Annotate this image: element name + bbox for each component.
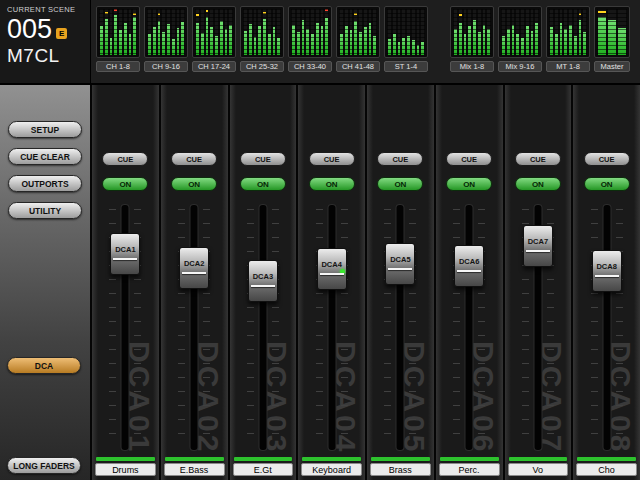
meter-block[interactable]: Mix 9-16: [498, 6, 542, 72]
cue-button[interactable]: CUE: [309, 152, 355, 166]
sidebar-button-setup[interactable]: SETUP: [8, 121, 82, 138]
on-button[interactable]: ON: [377, 177, 423, 191]
channel-name-label[interactable]: Keyboard: [301, 463, 362, 476]
meter-bar: [268, 9, 271, 55]
meter-bar: [473, 9, 476, 55]
channel-name-label[interactable]: Vo: [508, 463, 569, 476]
fader-track[interactable]: [466, 205, 473, 450]
meter-bars: [546, 6, 590, 58]
sidebar-button-cue-clear[interactable]: CUE CLEAR: [8, 148, 82, 165]
channel-color-bar: [577, 457, 636, 461]
meter-bar: [273, 9, 276, 55]
fader-track[interactable]: [397, 205, 404, 450]
meter-bar: [535, 9, 538, 55]
meter-bar: [354, 9, 357, 55]
on-button[interactable]: ON: [240, 177, 286, 191]
fader-knob-label: DCA1: [111, 245, 139, 254]
meter-bar: [487, 9, 490, 55]
fader-knob-label: DCA3: [249, 272, 277, 281]
channel-strip: CUE ON DCA02 DCA2 E.Bass: [161, 85, 228, 480]
fader-knob[interactable]: DCA3: [248, 260, 278, 302]
cue-button[interactable]: CUE: [377, 152, 423, 166]
channel-color-bar: [371, 457, 430, 461]
meter-bar: [345, 9, 348, 55]
cue-button[interactable]: CUE: [240, 152, 286, 166]
meter-block[interactable]: CH 1-8: [96, 6, 140, 72]
meter-bar: [158, 9, 161, 55]
meter-block[interactable]: CH 33-40: [288, 6, 332, 72]
meter-bar: [598, 9, 606, 55]
meter-bar: [579, 9, 582, 55]
dca-mode-button[interactable]: DCA: [7, 357, 81, 374]
meter-bar: [502, 9, 505, 55]
long-faders-button[interactable]: LONG FADERS: [7, 457, 81, 474]
fader-area: DCA1: [92, 205, 159, 450]
meter-block-label: CH 33-40: [288, 61, 332, 72]
on-button[interactable]: ON: [102, 177, 148, 191]
channel-color-bar: [509, 457, 568, 461]
channel-name-label[interactable]: E.Gt: [233, 463, 294, 476]
fader-area: DCA6: [436, 205, 503, 450]
fader-track[interactable]: [191, 205, 198, 450]
meter-block[interactable]: ST 1-4: [384, 6, 428, 72]
fader-track[interactable]: [259, 205, 266, 450]
meter-bar: [583, 9, 586, 55]
fader-area: DCA7: [505, 205, 572, 450]
meter-bar: [402, 9, 405, 55]
meter-bars: [240, 6, 284, 58]
fader-knob-label: DCA8: [593, 262, 621, 271]
meter-bar: [321, 9, 324, 55]
meter-block[interactable]: CH 9-16: [144, 6, 188, 72]
meter-block[interactable]: Mix 1-8: [450, 6, 494, 72]
meter-block[interactable]: CH 25-32: [240, 6, 284, 72]
sidebar: SETUPCUE CLEAROUTPORTSUTILITY DCA LONG F…: [0, 85, 90, 480]
channel-name-label[interactable]: E.Bass: [164, 463, 225, 476]
channel-color-bar: [96, 457, 155, 461]
sidebar-button-utility[interactable]: UTILITY: [8, 202, 82, 219]
meter-bars: [192, 6, 236, 58]
fader-track[interactable]: [328, 205, 335, 450]
meter-block-label: ST 1-4: [384, 61, 428, 72]
on-button[interactable]: ON: [446, 177, 492, 191]
meter-bar: [302, 9, 305, 55]
fader-knob[interactable]: DCA8: [592, 250, 622, 292]
fader-knob[interactable]: DCA7: [523, 225, 553, 267]
meter-bar: [311, 9, 314, 55]
meter-group: CH 1-8 CH 9-16 CH 17-24 CH 25-32 CH 33-4…: [96, 6, 428, 72]
meter-block[interactable]: CH 41-48: [336, 6, 380, 72]
channel-name-label[interactable]: Drums: [95, 463, 156, 476]
meter-block[interactable]: CH 17-24: [192, 6, 236, 72]
on-button[interactable]: ON: [515, 177, 561, 191]
fader-knob[interactable]: DCA2: [179, 247, 209, 289]
meter-bar: [105, 9, 108, 55]
channel-name-label[interactable]: Brass: [370, 463, 431, 476]
fader-track[interactable]: [603, 205, 610, 450]
meter-bar: [608, 9, 616, 55]
channel-name-label[interactable]: Perc.: [439, 463, 500, 476]
meter-block[interactable]: MT 1-8: [546, 6, 590, 72]
fader-knob[interactable]: DCA4: [317, 248, 347, 290]
cue-button[interactable]: CUE: [584, 152, 630, 166]
on-button[interactable]: ON: [584, 177, 630, 191]
scene-panel[interactable]: CURRENT SCENE 005 E M7CL: [0, 0, 90, 83]
sidebar-button-outports[interactable]: OUTPORTS: [8, 175, 82, 192]
fader-area: DCA3: [230, 205, 297, 450]
fader-knob[interactable]: DCA6: [454, 245, 484, 287]
meter-bar: [254, 9, 257, 55]
meter-bar: [244, 9, 247, 55]
cue-button[interactable]: CUE: [171, 152, 217, 166]
channel-name-label[interactable]: Cho: [576, 463, 637, 476]
meter-bars: [594, 6, 630, 58]
on-button[interactable]: ON: [171, 177, 217, 191]
meter-block-label: Mix 1-8: [450, 61, 494, 72]
fader-knob[interactable]: DCA5: [385, 243, 415, 285]
cue-button[interactable]: CUE: [515, 152, 561, 166]
fader-knob[interactable]: DCA1: [110, 233, 140, 275]
cue-button[interactable]: CUE: [446, 152, 492, 166]
on-button[interactable]: ON: [309, 177, 355, 191]
channel-strip: CUE ON DCA03 DCA3 E.Gt: [230, 85, 297, 480]
cue-button[interactable]: CUE: [102, 152, 148, 166]
sidebar-button-column: SETUPCUE CLEAROUTPORTSUTILITY: [0, 121, 90, 219]
meter-bar: [564, 9, 567, 55]
meter-block[interactable]: Master: [594, 6, 630, 72]
